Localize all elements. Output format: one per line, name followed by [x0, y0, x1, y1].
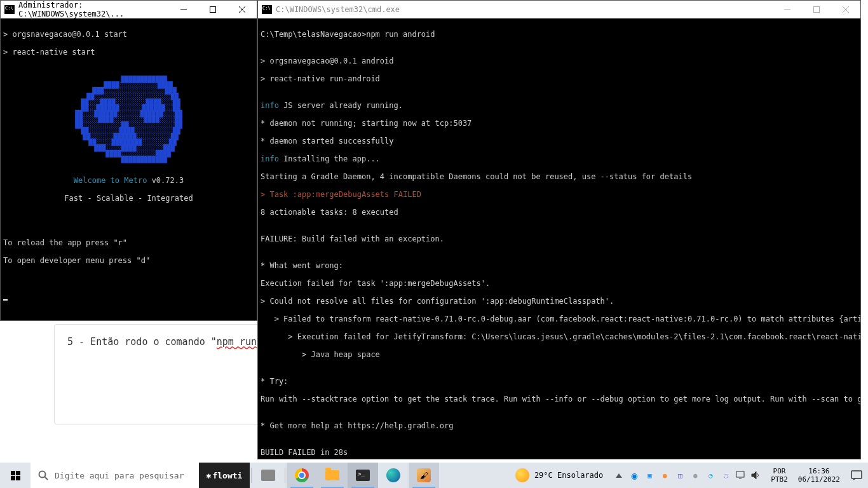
separator [285, 468, 285, 483]
doc-text: 5 - Então rodo o comando " [67, 336, 217, 348]
taskbar: Digite aqui para pesquisar flowti 29°C E… [0, 463, 868, 488]
line: > Task :app:mergeDebugAssets FAILED [261, 190, 858, 199]
line: > react-native start [3, 48, 254, 57]
svg-rect-1 [814, 7, 820, 13]
cmd-icon [262, 5, 272, 14]
tray-icon[interactable]: ● [688, 468, 702, 482]
minimize-button[interactable] [773, 1, 802, 18]
line: > Java heap space [261, 350, 858, 359]
line: * daemon not running; starting now at tc… [261, 119, 858, 128]
clock[interactable]: 16:36 06/11/2022 [793, 467, 845, 484]
line: C:\Temp\telasNavegacao>npm run android [261, 30, 858, 39]
line: * daemon started successfully [261, 137, 858, 146]
sun-icon [515, 468, 529, 482]
line: * What went wrong: [261, 261, 858, 270]
metro-logo: ████████████ ████░░░░░░░░░░████ ███░░░░░… [3, 71, 254, 162]
weather-text: 29°C Ensolarado [534, 471, 603, 480]
line: > Execution failed for JetifyTransform: … [261, 332, 858, 341]
line: > orgsnavegacao@0.0.1 android [261, 57, 858, 65]
maximize-button[interactable] [198, 1, 227, 18]
taskview-icon [261, 470, 275, 481]
paint-icon [417, 468, 431, 482]
tray-icon[interactable]: ▣ [642, 468, 656, 482]
line: > Could not resolve all files for config… [261, 297, 858, 306]
search-icon [38, 470, 48, 480]
separator [251, 468, 252, 483]
search-placeholder: Digite aqui para pesquisar [55, 471, 184, 480]
line: * Get more help at https://help.gradle.o… [261, 421, 858, 430]
window-title: Administrador: C:\WINDOWS\system32\... [18, 1, 169, 18]
titlebar[interactable]: C:\WINDOWS\system32\cmd.exe [258, 1, 860, 18]
svg-rect-3 [736, 471, 744, 477]
tray-icon[interactable]: ◌ [719, 468, 733, 482]
start-button[interactable] [0, 463, 31, 488]
line: To open developer menu press "d" [3, 256, 254, 265]
line: Starting a Gradle Daemon, 4 incompatible… [261, 172, 858, 181]
close-button[interactable] [227, 1, 257, 18]
chrome-icon [295, 468, 309, 482]
tray-icon[interactable]: ◔ [703, 468, 717, 482]
line: > orgsnavegacao@0.0.1 start [3, 30, 254, 39]
tray-overflow[interactable] [612, 468, 626, 482]
line: info JS server already running. [261, 101, 858, 110]
maximize-button[interactable] [802, 1, 831, 18]
doc-text: npm run [217, 336, 257, 348]
line: > Failed to transform react-native-0.71.… [261, 315, 858, 323]
line: Run with --stacktrace option to get the … [261, 395, 858, 403]
weather-widget[interactable]: 29°C Ensolarado [509, 468, 609, 482]
line: FAILURE: Build failed with an exception. [261, 234, 858, 243]
line: > react-native run-android [261, 74, 858, 83]
search-box[interactable]: Digite aqui para pesquisar [31, 463, 199, 488]
tray-icon[interactable]: ● [658, 468, 672, 482]
windows-icon [11, 471, 20, 480]
chevron-up-icon [616, 473, 622, 478]
svg-rect-4 [851, 471, 862, 478]
line: 8 actionable tasks: 8 executed [261, 208, 858, 217]
cmd-icon [4, 5, 15, 14]
notification-button[interactable] [845, 470, 868, 480]
tagline: Fast - Scalable - Integrated [3, 194, 254, 203]
line: Execution failed for task ':app:mergeDeb… [261, 279, 858, 288]
flowti-pin[interactable]: flowti [199, 463, 250, 488]
folder-icon [325, 470, 339, 480]
cmd-pin[interactable] [348, 463, 378, 488]
terminal-content[interactable]: C:\Temp\telasNavegacao>npm run android >… [258, 18, 860, 488]
task-view-button[interactable] [253, 463, 283, 488]
paint-pin[interactable] [409, 463, 439, 488]
cursor [3, 299, 8, 301]
terminal-window-android[interactable]: C:\WINDOWS\system32\cmd.exe C:\Temp\tela… [257, 0, 861, 459]
lang-indicator[interactable]: POR PTB2 [766, 467, 793, 484]
edge-pin[interactable] [378, 463, 409, 488]
line: info Installing the app... [261, 154, 858, 163]
chrome-pin[interactable] [287, 463, 317, 488]
explorer-pin[interactable] [317, 463, 348, 488]
svg-point-2 [39, 471, 46, 478]
line: To reload the app press "r" [3, 238, 254, 247]
system-tray: ◉ ▣ ● ◫ ● ◔ ◌ [609, 468, 766, 482]
edge-icon [386, 468, 400, 482]
volume-icon[interactable] [749, 468, 763, 482]
network-icon[interactable] [734, 468, 748, 482]
window-title: C:\WINDOWS\system32\cmd.exe [276, 5, 773, 14]
time: 16:36 [798, 467, 840, 475]
close-button[interactable] [831, 1, 860, 18]
titlebar[interactable]: Administrador: C:\WINDOWS\system32\... [1, 1, 257, 18]
date: 06/11/2022 [798, 475, 840, 484]
welcome-line: Welcome to Metro v0.72.3 [3, 176, 254, 185]
line: BUILD FAILED in 28s [261, 448, 858, 457]
svg-rect-0 [210, 7, 216, 13]
terminal-window-metro[interactable]: Administrador: C:\WINDOWS\system32\... >… [0, 0, 257, 321]
tray-icon[interactable]: ◫ [673, 468, 687, 482]
terminal-content[interactable]: > orgsnavegacao@0.0.1 start > react-nati… [1, 18, 257, 312]
line: * Try: [261, 377, 858, 386]
security-icon[interactable]: ◉ [627, 468, 641, 482]
cmd-icon [356, 470, 370, 481]
minimize-button[interactable] [169, 1, 198, 18]
